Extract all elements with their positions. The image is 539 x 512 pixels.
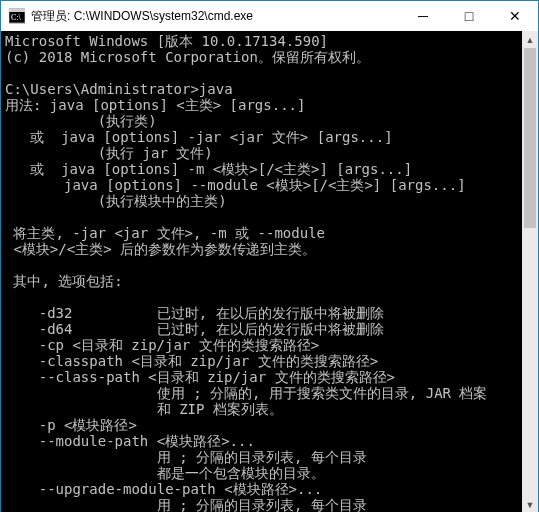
cmd-icon: C:\ [9,8,25,24]
minimize-button[interactable]: ─ [400,1,446,31]
vertical-scrollbar[interactable]: ▲ ▼ [522,31,538,512]
cmd-window: C:\ 管理员: C:\WINDOWS\system32\cmd.exe ─ □… [0,0,539,512]
svg-text:C:\: C:\ [11,13,22,22]
scroll-track[interactable] [522,48,538,496]
titlebar[interactable]: C:\ 管理员: C:\WINDOWS\system32\cmd.exe ─ □… [1,1,538,31]
svg-rect-1 [9,9,25,12]
scroll-thumb[interactable] [524,48,536,228]
maximize-button[interactable]: □ [446,1,492,31]
close-button[interactable]: ✕ [492,1,538,31]
client-area: Microsoft Windows [版本 10.0.17134.590] (c… [1,31,538,512]
scroll-up-button[interactable]: ▲ [522,31,538,48]
window-title: 管理员: C:\WINDOWS\system32\cmd.exe [31,8,253,25]
console-output[interactable]: Microsoft Windows [版本 10.0.17134.590] (c… [1,31,522,512]
scroll-down-button[interactable]: ▼ [522,496,538,512]
